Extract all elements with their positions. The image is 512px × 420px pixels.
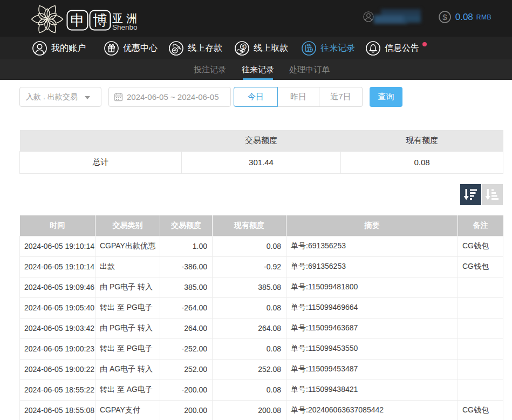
- svg-text:申: 申: [70, 12, 85, 29]
- svg-text:$: $: [242, 44, 244, 49]
- svg-text:亚洲: 亚洲: [112, 12, 138, 24]
- svg-text:博: 博: [93, 12, 107, 29]
- svg-text:$: $: [442, 12, 447, 22]
- svg-text:Shenbo: Shenbo: [112, 23, 138, 31]
